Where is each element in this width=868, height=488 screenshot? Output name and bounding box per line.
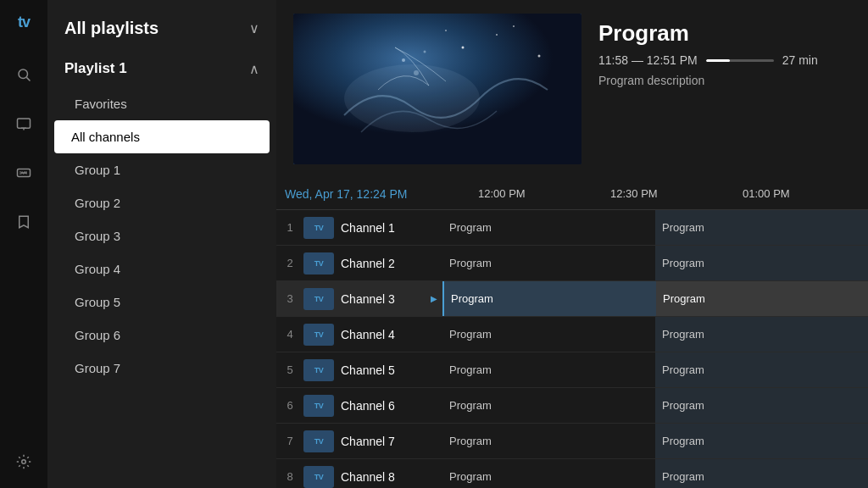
channel-name: Channel 1 xyxy=(341,221,426,235)
program-slots: Program Program xyxy=(442,246,868,280)
current-program-slot[interactable]: Program xyxy=(442,388,655,423)
channel-number: 4 xyxy=(276,328,303,341)
next-program-slot[interactable]: Program xyxy=(655,388,868,423)
channel-name: Channel 4 xyxy=(341,328,426,341)
svg-point-8 xyxy=(22,460,26,464)
playlist1-chevron-icon: ∧ xyxy=(249,61,259,77)
channel-row[interactable]: 2 TV Channel 2 Program Program xyxy=(276,246,868,281)
sidebar-item-group3[interactable]: Group 3 xyxy=(47,219,276,252)
next-program-slot[interactable]: Program xyxy=(655,210,868,245)
svg-point-10 xyxy=(344,64,480,132)
time-slot: 12:00 PM xyxy=(471,187,604,200)
svg-point-13 xyxy=(445,30,447,31)
sidebar-item-all-channels[interactable]: All channels xyxy=(54,120,270,153)
current-program-slot[interactable]: Program xyxy=(442,317,655,352)
program-slots: Program Program xyxy=(442,281,868,316)
next-program-slot[interactable]: Program xyxy=(655,424,868,458)
channel-row[interactable]: 5 TV Channel 5 Program Program xyxy=(276,352,868,388)
channel-row[interactable]: 6 TV Channel 6 Program Program xyxy=(276,388,868,424)
time-slots: 12:00 PM12:30 PM01:00 PM xyxy=(471,187,868,200)
channel-icon: TV xyxy=(303,430,334,452)
all-playlists-label: All playlists xyxy=(64,19,159,38)
channel-number: 7 xyxy=(276,435,303,447)
playlist1-label: Playlist 1 xyxy=(64,60,127,77)
channel-row[interactable]: 3 TV Channel 3 ▶ Program Program xyxy=(276,281,868,317)
program-title: Program xyxy=(598,20,818,47)
current-program-slot[interactable]: Program xyxy=(442,352,655,387)
sidebar-item-group5[interactable]: Group 5 xyxy=(47,286,276,319)
sidebar-item-group1[interactable]: Group 1 xyxy=(47,153,276,186)
icon-bar: tv DVR xyxy=(0,0,47,488)
sidebar-item-group7[interactable]: Group 7 xyxy=(47,352,276,385)
channel-number: 5 xyxy=(276,363,303,376)
next-program-slot[interactable]: Program xyxy=(655,459,868,488)
channel-name: Channel 2 xyxy=(341,257,426,270)
channel-name: Channel 5 xyxy=(341,363,426,377)
channel-number: 1 xyxy=(276,221,303,234)
channel-icon: TV xyxy=(303,359,334,381)
svg-line-1 xyxy=(26,77,30,80)
current-program-slot[interactable]: Program xyxy=(442,459,655,488)
channel-name: Channel 8 xyxy=(341,470,426,484)
sidebar-item-group2[interactable]: Group 2 xyxy=(47,186,276,219)
svg-point-16 xyxy=(402,58,405,62)
channel-icon: TV xyxy=(303,395,334,417)
channel-row[interactable]: 4 TV Channel 4 Program Program xyxy=(276,317,868,352)
current-program-slot[interactable]: Program xyxy=(442,246,655,280)
search-nav-icon[interactable] xyxy=(11,62,36,87)
next-program-slot[interactable]: Program xyxy=(655,246,868,280)
channel-row[interactable]: 8 TV Channel 8 Program Program xyxy=(276,459,868,488)
channel-number: 6 xyxy=(276,399,303,412)
tv-nav-icon[interactable] xyxy=(11,111,36,136)
svg-text:DVR: DVR xyxy=(19,171,28,175)
program-time-range: 11:58 — 12:51 PM xyxy=(598,53,698,67)
channel-name: Channel 7 xyxy=(341,435,426,448)
svg-point-0 xyxy=(19,69,28,79)
progress-bar xyxy=(706,59,774,62)
program-slots: Program Program xyxy=(442,459,868,488)
next-program-slot[interactable]: Program xyxy=(656,281,868,316)
time-header: Wed, Apr 17, 12:24 PM 12:00 PM12:30 PM01… xyxy=(276,178,868,210)
all-playlists-header[interactable]: All playlists ∨ xyxy=(47,7,276,50)
program-duration: 27 min xyxy=(782,53,818,67)
program-info-panel: Program 11:58 — 12:51 PM 27 min Program … xyxy=(598,14,818,164)
next-program-slot[interactable]: Program xyxy=(655,352,868,387)
epg-container: Wed, Apr 17, 12:24 PM 12:00 PM12:30 PM01… xyxy=(276,178,868,488)
svg-point-15 xyxy=(513,25,515,27)
current-program-slot[interactable]: Program xyxy=(442,424,655,458)
channel-icon: TV xyxy=(303,288,334,310)
current-datetime: Wed, Apr 17, 12:24 PM xyxy=(276,187,471,201)
program-description: Program description xyxy=(598,74,818,87)
program-slots: Program Program xyxy=(442,388,868,423)
program-slots: Program Program xyxy=(442,352,868,387)
top-area: Program 11:58 — 12:51 PM 27 min Program … xyxy=(276,0,868,178)
program-slots: Program Program xyxy=(442,424,868,458)
app-logo: tv xyxy=(18,14,30,31)
all-playlists-chevron-icon: ∨ xyxy=(249,20,259,36)
channel-icon: TV xyxy=(303,324,334,346)
program-thumbnail[interactable] xyxy=(293,14,581,164)
channel-row[interactable]: 1 TV Channel 1 Program Program xyxy=(276,210,868,246)
dvr-nav-icon[interactable]: DVR xyxy=(11,160,36,186)
settings-nav-icon[interactable] xyxy=(11,449,36,474)
sidebar-item-group4[interactable]: Group 4 xyxy=(47,252,276,286)
program-slots: Program Program xyxy=(442,317,868,352)
svg-point-14 xyxy=(538,55,541,58)
channel-row[interactable]: 7 TV Channel 7 Program Program xyxy=(276,424,868,459)
svg-point-11 xyxy=(462,47,465,49)
channels-grid[interactable]: 1 TV Channel 1 Program Program 2 TV Chan… xyxy=(276,210,868,488)
next-program-slot[interactable]: Program xyxy=(655,317,868,352)
current-program-slot[interactable]: Program xyxy=(442,281,656,316)
current-program-slot[interactable]: Program xyxy=(442,210,655,245)
program-slots: Program Program xyxy=(442,210,868,245)
bookmark-nav-icon[interactable] xyxy=(11,209,36,235)
playlist1-header[interactable]: Playlist 1 ∧ xyxy=(47,50,276,87)
channel-name: Channel 3 xyxy=(341,292,426,306)
svg-rect-2 xyxy=(18,119,31,128)
sidebar-item-favorites[interactable]: Favorites xyxy=(47,87,276,120)
sidebar: All playlists ∨ Playlist 1 ∧ FavoritesAl… xyxy=(47,0,276,488)
svg-point-17 xyxy=(424,51,426,53)
channel-icon: TV xyxy=(303,252,334,274)
sidebar-item-group6[interactable]: Group 6 xyxy=(47,319,276,352)
channel-name: Channel 6 xyxy=(341,399,426,413)
